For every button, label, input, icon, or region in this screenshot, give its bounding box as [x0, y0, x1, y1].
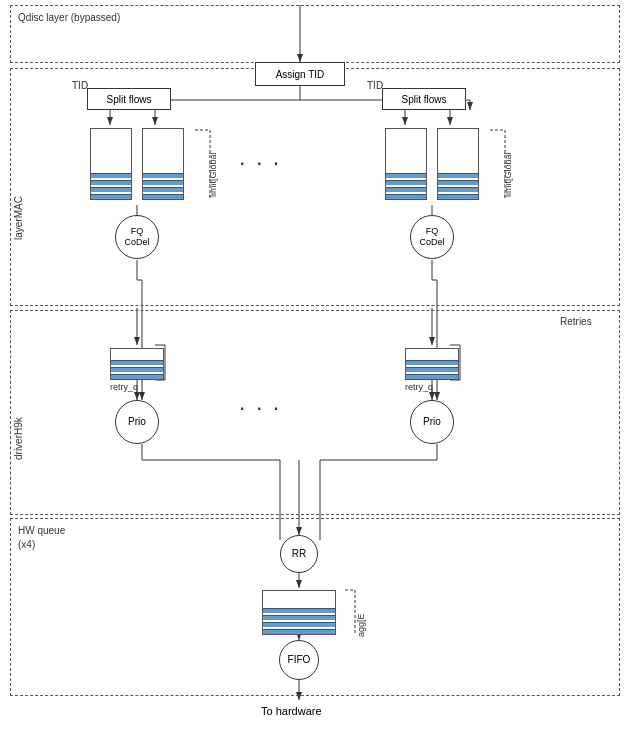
diagram-container: Qdisc layer (bypassed) layerMAC driverH9…: [0, 0, 630, 737]
tid-label-left: TID: [72, 80, 88, 91]
retry-queue-right: [405, 348, 459, 380]
driver-section: [10, 310, 620, 515]
prio-circle-1: Prio: [115, 400, 159, 444]
hw-queue-box: [262, 590, 336, 635]
to-hardware-label: To hardware: [261, 705, 322, 717]
hw-queue-label: HW queue (x4): [18, 524, 65, 552]
retries-label: Retries: [560, 316, 592, 327]
queue-left-2: [142, 128, 184, 200]
queue-right-1: [385, 128, 427, 200]
agg-label: agg[E: [356, 595, 366, 637]
retry-q-label-2: retry_q: [405, 382, 433, 392]
limit-global-label-1: limit[Global: [208, 132, 218, 197]
layer-mac-label: layerMAC: [13, 120, 24, 240]
split-flows-box-1: Split flows: [87, 88, 171, 110]
assign-tid-box: Assign TID: [255, 62, 345, 86]
retry-queue-left: [110, 348, 164, 380]
retry-q-label-1: retry_q: [110, 382, 138, 392]
fq-codel-circle-1: FQ CoDel: [115, 215, 159, 259]
tid-label-right: TID: [367, 80, 383, 91]
dots-mac: · · ·: [240, 155, 282, 173]
dots-driver: · · ·: [240, 400, 282, 418]
prio-circle-2: Prio: [410, 400, 454, 444]
limit-global-label-2: limit[Global: [503, 132, 513, 197]
rr-circle: RR: [280, 535, 318, 573]
fifo-circle: FIFO: [279, 640, 319, 680]
queue-right-2: [437, 128, 479, 200]
driver-label: driverH9k: [13, 360, 24, 460]
split-flows-box-2: Split flows: [382, 88, 466, 110]
fq-codel-circle-2: FQ CoDel: [410, 215, 454, 259]
qdisc-label: Qdisc layer (bypassed): [18, 12, 120, 23]
queue-left-1: [90, 128, 132, 200]
